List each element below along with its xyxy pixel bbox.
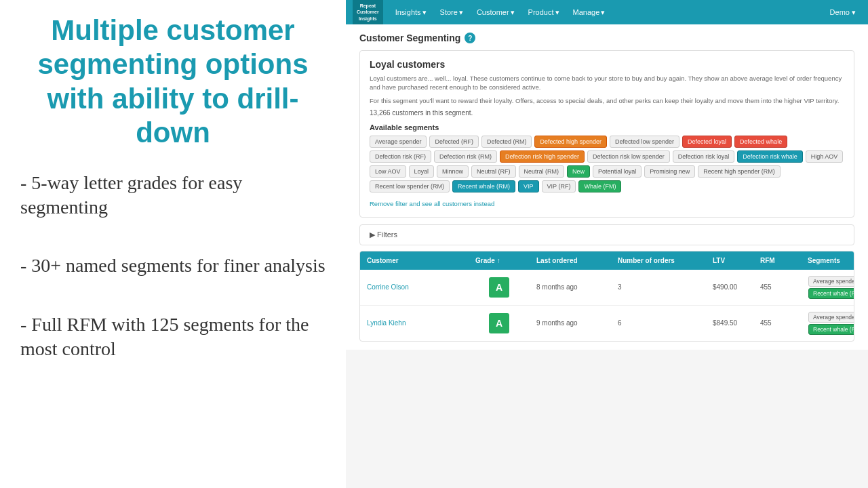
nav-product[interactable]: Product ▾ <box>523 5 565 20</box>
segment-box: Loyal customers Loyal customers are... w… <box>359 50 854 218</box>
bullet-3: - Full RFM with 125 segments for the mos… <box>20 312 326 362</box>
segment-tag[interactable]: Recent high spender (RM) <box>698 165 781 178</box>
tags-container: Average spenderDefected (RF)Defected (RM… <box>370 136 844 192</box>
table-header-cell: Number of orders <box>611 251 706 270</box>
bullet-2: - 30+ named segments for finer analysis <box>20 253 326 278</box>
segment-tag[interactable]: High AOV <box>806 150 844 163</box>
help-icon[interactable]: ? <box>465 33 475 43</box>
table-header-cell: Customer <box>360 251 469 270</box>
segment-tag[interactable]: VIP (RF) <box>542 180 576 192</box>
navbar: Repeat Customer Insights Insights ▾ Stor… <box>346 0 868 24</box>
segment-desc2: For this segment you'll want to reward t… <box>370 96 844 105</box>
nav-insights[interactable]: Insights ▾ <box>390 5 432 20</box>
segment-tag[interactable]: Loyal <box>409 165 435 178</box>
segment-tag[interactable]: Defected (RF) <box>429 136 479 148</box>
customer-link[interactable]: Corrine Olson <box>367 283 409 291</box>
grade-badge: A <box>489 277 509 298</box>
table-header-cell: RFM <box>753 251 801 270</box>
segment-count: 13,266 customers in this segment. <box>370 109 844 117</box>
segment-tag[interactable]: Whale (FM) <box>578 180 621 192</box>
segment-tag[interactable]: Recent low spender (RM) <box>370 180 450 192</box>
segment-desc1: Loyal customers are... well... loyal. Th… <box>370 74 844 92</box>
available-label: Available segments <box>370 123 844 131</box>
page-title-text: Customer Segmenting <box>359 33 460 43</box>
customers-table: CustomerGrade ↑Last orderedNumber of ord… <box>359 251 854 342</box>
row-segment-tag[interactable]: Recent whale (RM) <box>808 324 854 335</box>
row-segment-tag[interactable]: Recent whale (RM) <box>808 288 854 299</box>
bullet-1: - 5-way letter grades for easy segmentin… <box>20 171 326 220</box>
num-orders-cell: 6 <box>611 314 706 332</box>
segments-cell: Average spenderLoyalRecent whale (RM) <box>801 306 854 341</box>
segment-title: Loyal customers <box>370 59 844 70</box>
last-ordered-cell: 9 months ago <box>530 314 611 332</box>
num-orders-cell: 3 <box>611 278 706 296</box>
app-panel: Repeat Customer Insights Insights ▾ Stor… <box>346 0 868 488</box>
segments-cell: Average spenderLoyalRecent whale (RM) <box>801 270 854 305</box>
segment-tag[interactable]: Average spender <box>370 136 427 148</box>
table-header-cell: Last ordered <box>530 251 611 270</box>
left-panel: Multiple customer segmenting options wit… <box>0 0 346 488</box>
segment-tag[interactable]: VIP <box>518 180 539 192</box>
nav-store[interactable]: Store ▾ <box>435 5 469 20</box>
segment-tag[interactable]: Defected low spender <box>610 136 679 148</box>
filters-section[interactable]: ▶ Filters <box>359 224 854 245</box>
segment-tag[interactable]: Promising new <box>644 165 695 178</box>
segment-tag[interactable]: New <box>567 165 590 178</box>
segment-tag[interactable]: Low AOV <box>370 165 406 178</box>
segment-tag[interactable]: Defected loyal <box>682 136 732 148</box>
segment-tag[interactable]: Recent whale (RM) <box>452 180 515 192</box>
remove-filter-link[interactable]: Remove filter and see all customers inst… <box>370 200 494 207</box>
segment-tag[interactable]: Defected (RM) <box>481 136 532 148</box>
segment-tag[interactable]: Defected high spender <box>534 136 607 148</box>
segment-tag[interactable]: Neutral (RM) <box>519 165 565 178</box>
table-row: Lyndia KiehnA9 months ago6$849.50455Aver… <box>360 306 854 341</box>
segment-tag[interactable]: Potential loyal <box>593 165 642 178</box>
main-title: Multiple customer segmenting options wit… <box>20 14 326 150</box>
row-segment-tag[interactable]: Average spender <box>808 276 854 287</box>
segment-tag[interactable]: Defection risk high spender <box>500 150 585 163</box>
content-area: Customer Segmenting ? Loyal customers Lo… <box>346 24 868 350</box>
page-title-bar: Customer Segmenting ? <box>359 33 854 43</box>
grade-badge: A <box>489 313 509 333</box>
last-ordered-cell: 8 months ago <box>530 278 611 296</box>
nav-demo[interactable]: Demo ▾ <box>825 5 861 20</box>
segment-tag[interactable]: Defection risk loyal <box>673 150 735 163</box>
segment-tag[interactable]: Defection risk (RM) <box>434 150 497 163</box>
nav-manage[interactable]: Manage ▾ <box>568 5 611 20</box>
filters-label: ▶ Filters <box>370 230 397 239</box>
navbar-menu: Insights ▾ Store ▾ Customer ▾ Product ▾ … <box>390 5 825 20</box>
brand-logo: Repeat Customer Insights <box>353 0 383 24</box>
ltv-cell: $849.50 <box>706 314 753 332</box>
nav-customer[interactable]: Customer ▾ <box>471 5 520 20</box>
customer-link[interactable]: Lyndia Kiehn <box>367 319 406 327</box>
table-body: Corrine OlsonA8 months ago3$490.00455Ave… <box>360 270 854 341</box>
segment-tag[interactable]: Minnow <box>437 165 469 178</box>
table-header-cell: Segments <box>801 251 854 270</box>
segment-tag[interactable]: Defected whale <box>734 136 787 148</box>
ltv-cell: $490.00 <box>706 278 753 296</box>
table-header-cell: Grade ↑ <box>469 251 530 270</box>
segment-tag[interactable]: Defection risk whale <box>737 150 803 163</box>
table-header: CustomerGrade ↑Last orderedNumber of ord… <box>360 251 854 270</box>
segment-tag[interactable]: Neutral (RF) <box>471 165 516 178</box>
row-segment-tag[interactable]: Average spender <box>808 312 854 323</box>
table-header-cell: LTV <box>706 251 753 270</box>
segment-tag[interactable]: Defection risk (RF) <box>370 150 431 163</box>
table-row: Corrine OlsonA8 months ago3$490.00455Ave… <box>360 270 854 306</box>
rfm-cell: 455 <box>753 278 801 296</box>
rfm-cell: 455 <box>753 314 801 332</box>
segment-tag[interactable]: Defection risk low spender <box>587 150 670 163</box>
